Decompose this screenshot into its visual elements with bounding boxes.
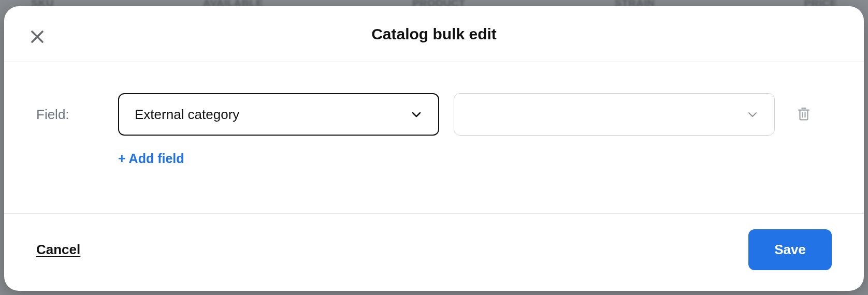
- chevron-down-icon: [746, 108, 759, 121]
- modal-footer: Cancel Save: [4, 214, 864, 291]
- value-select-wrap: [454, 93, 775, 136]
- field-select[interactable]: External category: [118, 93, 439, 136]
- delete-field-button[interactable]: [793, 104, 814, 125]
- chevron-down-icon: [410, 108, 423, 121]
- add-field-button[interactable]: + Add field: [118, 151, 184, 166]
- field-select-value: External category: [135, 107, 239, 123]
- close-button[interactable]: [27, 27, 48, 48]
- field-row: Field: External category: [36, 93, 832, 136]
- close-icon: [30, 29, 45, 46]
- field-label: Field:: [36, 107, 104, 123]
- cancel-button[interactable]: Cancel: [36, 242, 80, 258]
- trash-icon: [796, 106, 812, 123]
- save-button[interactable]: Save: [748, 229, 832, 270]
- modal-body: Field: External category: [4, 62, 864, 214]
- modal-title: Catalog bulk edit: [371, 25, 497, 43]
- field-select-wrap: External category: [118, 93, 439, 136]
- add-field-row: + Add field: [118, 151, 832, 166]
- value-select[interactable]: [454, 93, 775, 136]
- bulk-edit-modal: Catalog bulk edit Field: External catego…: [4, 6, 864, 291]
- modal-header: Catalog bulk edit: [4, 6, 864, 62]
